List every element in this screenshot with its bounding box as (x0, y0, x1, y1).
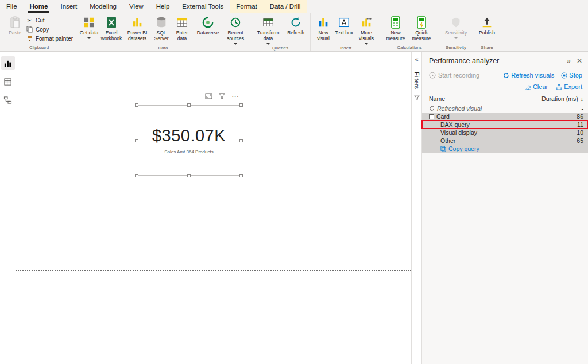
text-box-button[interactable]: Text box (334, 14, 354, 44)
close-pane-icon[interactable]: ✕ (577, 57, 582, 65)
recent-sources-label: Recent sources (224, 30, 247, 42)
refreshed-visual-icon (429, 106, 435, 111)
perf-row-duration: - (582, 105, 584, 112)
excel-workbook-icon (106, 16, 117, 29)
transform-data-button[interactable]: Transform data (253, 14, 283, 45)
tab-home[interactable]: Home (24, 0, 55, 13)
format-painter-label: Format painter (36, 36, 73, 42)
perf-row-copy-query[interactable]: Copy query (422, 145, 588, 153)
report-canvas[interactable]: ⋯ $350.07K Sales Amt 364 Products (16, 52, 411, 364)
resize-handle[interactable] (135, 103, 138, 107)
filters-pane-collapsed[interactable]: « Filters (411, 52, 421, 364)
collapse-row-icon[interactable] (429, 114, 434, 119)
tab-help[interactable]: Help (150, 0, 176, 13)
perf-row-card[interactable]: Card 86 (422, 113, 588, 121)
performance-analyzer-title: Performance analyzer (429, 57, 567, 65)
main-area: ⋯ $350.07K Sales Amt 364 Products « Filt… (0, 52, 588, 364)
more-options-icon[interactable]: ⋯ (231, 94, 239, 99)
copy-query-label[interactable]: Copy query (448, 145, 479, 152)
export-label: Export (564, 83, 582, 90)
start-recording-button[interactable]: Start recording (429, 72, 479, 79)
filter-icon[interactable] (219, 93, 225, 99)
resize-handle[interactable] (239, 139, 243, 142)
perf-table-header[interactable]: Name Duration (ms)↓ (422, 94, 588, 104)
tab-external-tools[interactable]: External Tools (176, 0, 230, 13)
format-painter-button[interactable]: Format painter (26, 34, 73, 42)
copy-button[interactable]: Copy (26, 25, 73, 33)
new-measure-button[interactable]: New measure (384, 14, 407, 44)
refresh-visuals-button[interactable]: Refresh visuals (503, 72, 554, 79)
clear-button[interactable]: Clear (525, 83, 548, 90)
transform-data-label: Transform data (253, 30, 283, 42)
collapse-pane-icon[interactable]: » (567, 57, 571, 65)
tab-modeling[interactable]: Modeling (83, 0, 123, 13)
perf-row-visual-display[interactable]: Visual display 10 (422, 129, 588, 137)
clipboard-group-caption: Clipboard (5, 44, 73, 51)
sql-server-button[interactable]: SQL Server (152, 14, 171, 44)
get-data-icon (83, 16, 95, 29)
expand-filters-icon[interactable]: « (415, 56, 418, 63)
get-data-button[interactable]: Get data (79, 14, 99, 44)
perf-row-other[interactable]: Other 65 (422, 137, 588, 145)
recent-sources-icon (229, 16, 242, 29)
perf-row-name: Card (436, 113, 450, 120)
tab-file[interactable]: File (0, 0, 24, 13)
resize-handle[interactable] (187, 103, 191, 107)
tab-insert[interactable]: Insert (54, 0, 83, 13)
cut-button[interactable]: ✂ Cut (26, 16, 73, 24)
publish-icon (481, 16, 493, 29)
duration-column-header[interactable]: Duration (ms) (541, 95, 578, 102)
quick-measure-button[interactable]: Quick measure (408, 14, 435, 44)
more-visuals-button[interactable]: More visuals (355, 14, 378, 45)
perf-row-duration: 11 (577, 121, 583, 128)
perf-row-dax-query[interactable]: DAX query 11 (422, 121, 588, 129)
tab-data-drill[interactable]: Data / Drill (264, 0, 307, 13)
powerbi-datasets-button[interactable]: Power BI datasets (124, 14, 150, 44)
powerbi-datasets-label: Power BI datasets (124, 30, 150, 42)
ribbon-group-calculations: New measure Quick measure Calculations (381, 13, 438, 51)
ribbon-group-share: Publish Share (474, 13, 500, 51)
perf-row-name: Visual display (440, 129, 477, 136)
recent-sources-button[interactable]: Recent sources (224, 14, 247, 45)
enter-data-button[interactable]: Enter data (172, 14, 192, 44)
excel-workbook-label: Excel workbook (100, 30, 123, 42)
sql-server-label: SQL Server (152, 30, 171, 42)
sensitivity-button[interactable]: Sensitivity (441, 14, 471, 44)
perf-row-duration: 65 (577, 137, 583, 144)
data-view-button[interactable] (1, 75, 15, 88)
excel-workbook-button[interactable]: Excel workbook (100, 14, 123, 44)
new-measure-label: New measure (384, 30, 407, 42)
chevron-down-icon (87, 37, 91, 39)
stop-button[interactable]: Stop (561, 72, 582, 79)
model-view-button[interactable] (1, 93, 15, 107)
paste-button[interactable]: Paste (5, 14, 25, 44)
refresh-visuals-label: Refresh visuals (511, 72, 554, 79)
publish-button[interactable]: Publish (477, 14, 497, 44)
card-visual[interactable]: ⋯ $350.07K Sales Amt 364 Products (137, 105, 241, 176)
report-view-icon (3, 59, 12, 68)
dataverse-button[interactable]: Dataverse (193, 14, 223, 44)
chevron-down-icon (454, 37, 458, 39)
new-visual-button[interactable]: New visual (314, 14, 333, 44)
refresh-button[interactable]: Refresh (284, 14, 307, 44)
tab-view[interactable]: View (123, 0, 150, 13)
copy-label: Copy (36, 26, 49, 33)
tab-format[interactable]: Format (230, 0, 263, 13)
perf-row-refreshed-visual[interactable]: Refreshed visual - (422, 104, 588, 113)
resize-handle[interactable] (239, 103, 243, 107)
focus-mode-icon[interactable] (205, 93, 212, 99)
resize-handle[interactable] (135, 139, 138, 142)
resize-handle[interactable] (135, 174, 138, 177)
paste-label: Paste (9, 30, 21, 36)
name-column-header[interactable]: Name (429, 95, 445, 102)
perf-row-name: Refreshed visual (437, 105, 482, 112)
ribbon-group-sensitivity: Sensitivity Sensitivity (438, 13, 474, 51)
resize-handle[interactable] (187, 174, 191, 177)
ribbon-group-clipboard: Paste ✂ Cut Copy Format painter (2, 13, 76, 51)
report-view-button[interactable] (1, 56, 15, 70)
cut-label: Cut (36, 17, 45, 24)
export-button[interactable]: Export (556, 83, 582, 90)
resize-handle[interactable] (239, 174, 243, 177)
refresh-label: Refresh (287, 30, 304, 36)
ribbon-group-queries: Transform data Refresh Queries (250, 13, 310, 51)
